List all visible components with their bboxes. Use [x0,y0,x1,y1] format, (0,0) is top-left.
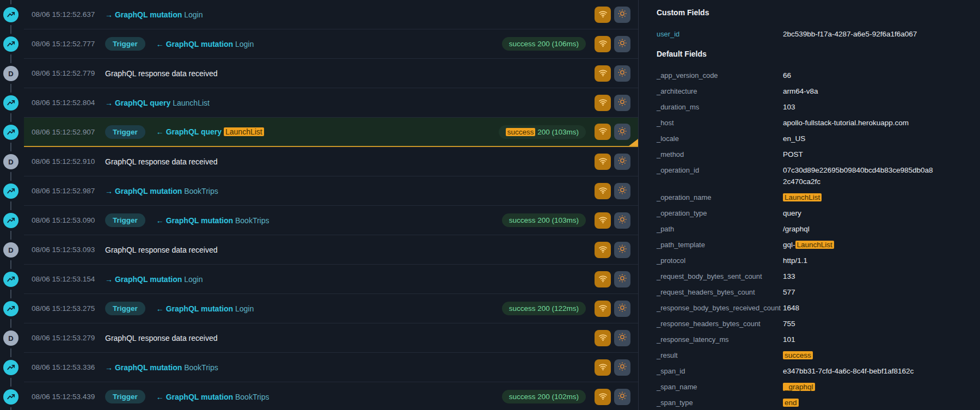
field-value[interactable]: 2bc539bb-f17a-4287-a6e5-92f6a1f6a067 [783,28,980,40]
field-value: /graphql [783,223,980,235]
timestamp: 08/06 15:12:53.279 [32,334,105,342]
field-row: _operation_id07c30d89e22695b09840bcd4b83… [657,164,980,187]
trend-up-icon [3,183,19,199]
trigger-badge: Trigger [105,390,145,403]
network-button[interactable] [595,359,611,376]
log-row[interactable]: 08/06 15:12:52.987→ GraphQL mutation Boo… [0,176,638,206]
text-segment: query [783,209,801,217]
highlight-button[interactable] [614,359,630,376]
network-button[interactable] [595,330,611,346]
network-button[interactable] [595,271,611,287]
text-segment: BookTrips [182,187,218,195]
log-row[interactable]: 08/06 15:12:53.336→ GraphQL mutation Boo… [0,353,638,382]
field-row: _operation_typequery [657,207,980,219]
timeline-rail: D [0,323,24,353]
wifi-icon [598,126,608,138]
highlight-button[interactable] [614,389,630,405]
highlight-button[interactable] [614,95,630,111]
field-value: 133 [783,271,980,282]
highlight-button[interactable] [614,242,630,258]
network-button[interactable] [595,242,611,258]
field-label: _path_template [657,239,783,250]
field-label: _response_headers_bytes_count [657,318,783,329]
sun-icon [617,68,627,79]
details-panel: Custom Fields user_id2bc539bb-f17a-4287-… [638,0,980,410]
row-content: 08/06 15:12:53.336→ GraphQL mutation Boo… [24,353,638,382]
text-segment: success 200 (102ms) [509,393,579,401]
log-row[interactable]: 08/06 15:12:52.637→ GraphQL mutation Log… [0,0,638,29]
custom-fields-list: user_id2bc539bb-f17a-4287-a6e5-92f6a1f6a… [657,28,980,40]
search-highlight: end [783,399,799,407]
log-row[interactable]: D08/06 15:12:52.910GraphQL response data… [0,147,638,176]
highlight-button[interactable] [614,7,630,23]
network-button[interactable] [595,183,611,199]
text-segment: 755 [783,320,795,328]
log-row[interactable]: 08/06 15:12:53.275Trigger← GraphQL mutat… [0,294,638,323]
highlight-button[interactable] [614,301,630,317]
text-segment: ← GraphQL mutation [156,216,233,225]
log-row[interactable]: D08/06 15:12:52.779GraphQL response data… [0,59,638,88]
field-row: _operation_nameLaunchList [657,192,980,203]
text-segment: /graphql [783,225,810,233]
network-button[interactable] [595,212,611,229]
timeline-rail [0,382,24,410]
text-segment: POST [783,150,803,158]
wifi-icon [598,97,608,109]
log-row[interactable]: 08/06 15:12:52.804→ GraphQL query Launch… [0,88,638,118]
text-segment: GraphQL response data received [105,157,218,166]
event-label: → GraphQL mutation BookTrips [105,187,218,195]
wifi-icon [598,68,608,79]
selected-corner-marker [629,139,638,146]
field-label[interactable]: user_id [657,28,783,40]
sun-icon [617,97,627,108]
field-row: _span_ide347bb31-7cfd-4a6c-8c4f-bebf1af8… [657,365,980,377]
text-segment: 07c30d89e22695b09840bcd4b83ce985db0a8 2c… [783,166,933,186]
log-row[interactable]: D08/06 15:12:53.279GraphQL response data… [0,323,638,353]
highlight-button[interactable] [614,124,630,140]
sun-icon [617,303,627,314]
wifi-icon [598,215,608,227]
field-label: _span_type [657,397,783,408]
highlight-button[interactable] [614,36,630,52]
network-button[interactable] [595,95,611,111]
row-content: 08/06 15:12:52.987→ GraphQL mutation Boo… [24,176,638,206]
network-button[interactable] [595,65,611,82]
network-button[interactable] [595,301,611,317]
highlight-button[interactable] [614,212,630,229]
timestamp: 08/06 15:12:52.987 [32,187,105,195]
highlight-button[interactable] [614,183,630,199]
network-button[interactable] [595,389,611,405]
text-segment: LaunchList [170,99,210,107]
highlight-button[interactable] [614,65,630,82]
log-row[interactable]: 08/06 15:12:53.090Trigger← GraphQL mutat… [0,206,638,235]
highlight-button[interactable] [614,154,630,170]
field-label: _operation_id [657,164,783,187]
sun-icon [617,273,627,285]
log-row[interactable]: 08/06 15:12:53.154→ GraphQL mutation Log… [0,265,638,294]
timestamp: 08/06 15:12:52.804 [32,99,105,107]
row-content: 08/06 15:12:53.439Trigger← GraphQL mutat… [24,382,638,410]
sun-icon [617,215,627,226]
field-label: _duration_ms [657,101,783,113]
network-button[interactable] [595,154,611,170]
trigger-badge: Trigger [105,213,145,227]
data-letter-icon: D [3,331,19,346]
log-row[interactable]: 08/06 15:12:52.907Trigger← GraphQL query… [0,118,638,147]
text-segment: Login [182,10,203,19]
event-label: → GraphQL query LaunchList [105,99,210,107]
highlight-button[interactable] [614,271,630,287]
text-segment: 101 [783,335,795,344]
log-row[interactable]: 08/06 15:12:53.439Trigger← GraphQL mutat… [0,382,638,410]
network-button[interactable] [595,124,611,140]
log-row[interactable]: D08/06 15:12:53.093GraphQL response data… [0,235,638,265]
event-label: ← GraphQL mutation BookTrips [156,216,270,225]
event-label: GraphQL response data received [105,157,218,166]
field-value: 103 [783,101,980,113]
text-segment: → GraphQL query [105,99,170,107]
network-button[interactable] [595,36,611,52]
highlight-button[interactable] [614,330,630,346]
log-row[interactable]: 08/06 15:12:52.777Trigger← GraphQL mutat… [0,29,638,59]
network-button[interactable] [595,7,611,23]
field-row: _resultsuccess [657,350,980,361]
row-content: 08/06 15:12:52.777Trigger← GraphQL mutat… [24,29,638,59]
